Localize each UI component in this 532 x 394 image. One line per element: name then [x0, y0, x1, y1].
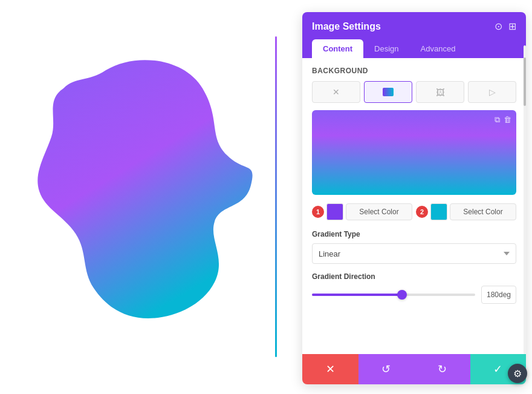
video-icon: ▷: [489, 87, 496, 97]
preview-area: [0, 0, 284, 394]
panel-scrollbar[interactable]: [524, 45, 526, 354]
direction-slider[interactable]: [312, 289, 475, 301]
gradient-type-select[interactable]: Linear Radial Conic: [312, 243, 516, 264]
blob-container: [27, 40, 257, 355]
grid-icon[interactable]: ⊞: [508, 21, 516, 32]
save-icon: ✓: [493, 363, 502, 376]
tabs: Content Design Advanced: [312, 39, 516, 58]
bg-type-none[interactable]: ✕: [312, 81, 360, 103]
bg-type-row: ✕ 🖼 ▷: [312, 81, 516, 103]
color-swatch-2[interactable]: [430, 203, 447, 220]
tab-design[interactable]: Design: [363, 39, 409, 58]
panel-footer: ✕ ↺ ↻ ✓: [302, 354, 526, 384]
panel-body: Background ✕ 🖼: [302, 58, 526, 354]
slider-value: 180deg: [481, 286, 516, 304]
settings-fab[interactable]: ⚙: [508, 364, 527, 383]
slider-fill: [312, 294, 402, 296]
slider-row: 180deg: [312, 286, 516, 304]
image-icon: 🖼: [436, 87, 445, 97]
tab-advanced[interactable]: Advanced: [410, 39, 467, 58]
panel-header-icons: ⊙ ⊞: [495, 21, 516, 32]
bg-type-video[interactable]: ▷: [468, 81, 516, 103]
no-bg-icon: ✕: [332, 87, 340, 97]
select-color-1-btn[interactable]: Select Color: [346, 203, 412, 220]
image-settings-panel: Image Settings ⊙ ⊞ Content Design Advanc…: [302, 12, 526, 384]
cancel-button[interactable]: ✕: [302, 354, 358, 384]
delete-gradient-btn[interactable]: 🗑: [504, 115, 511, 125]
color-stop-2-badge: 2: [416, 206, 428, 218]
color-stop-2: 2 Select Color: [416, 203, 516, 220]
color-selectors-row: 1 Select Color 2 Select Color: [312, 203, 516, 220]
gradient-type-label: Gradient Type: [312, 230, 516, 238]
gradient-preview: ⧉ 🗑: [312, 110, 516, 195]
cancel-icon: ✕: [326, 363, 335, 376]
tab-content[interactable]: Content: [312, 39, 363, 58]
gradient-icon: [383, 88, 394, 96]
copy-gradient-btn[interactable]: ⧉: [495, 115, 500, 125]
bg-type-image[interactable]: 🖼: [416, 81, 464, 103]
slider-track: [312, 294, 475, 296]
target-icon[interactable]: ⊙: [495, 21, 502, 32]
redo-button[interactable]: ↻: [414, 354, 470, 384]
panel-title: Image Settings: [312, 21, 381, 32]
gradient-actions: ⧉ 🗑: [495, 115, 511, 125]
color-swatch-1[interactable]: [326, 203, 343, 220]
background-label: Background: [312, 67, 516, 75]
select-color-2-btn[interactable]: Select Color: [450, 203, 516, 220]
undo-button[interactable]: ↺: [358, 354, 415, 384]
gradient-direction-label: Gradient Direction: [312, 272, 516, 281]
redo-icon: ↻: [438, 363, 447, 376]
bg-type-gradient[interactable]: [364, 81, 412, 103]
svg-rect-0: [383, 88, 394, 96]
scrollbar-thumb[interactable]: [524, 57, 526, 106]
color-stop-1-badge: 1: [312, 206, 324, 218]
slider-thumb[interactable]: [397, 290, 407, 300]
divider-line: [275, 36, 277, 357]
panel-header: Image Settings ⊙ ⊞ Content Design Advanc…: [302, 12, 526, 58]
color-stop-1: 1 Select Color: [312, 203, 412, 220]
settings-icon: ⚙: [513, 368, 522, 379]
bottom-spacer: [312, 312, 516, 324]
undo-icon: ↺: [381, 363, 391, 376]
